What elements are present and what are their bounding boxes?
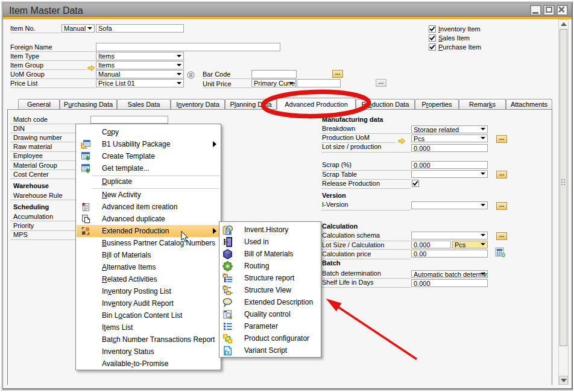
svg-text:fx: fx — [224, 347, 230, 355]
